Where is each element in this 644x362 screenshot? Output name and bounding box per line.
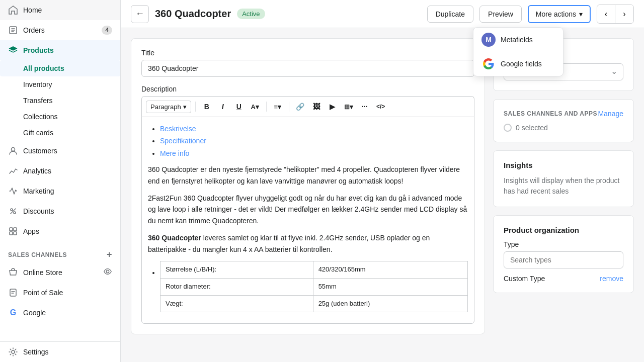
sidebar-item-home[interactable]: Home (0, 0, 120, 20)
description-label: Description (141, 85, 474, 93)
title-field-group: Title (141, 49, 474, 77)
add-sales-channel-icon[interactable]: + (107, 249, 112, 260)
analytics-icon (8, 166, 18, 176)
desc-para1: 360 Quadcopter er den nyeste fjernstyred… (148, 164, 468, 187)
table-button[interactable]: ⊞▾ (342, 100, 356, 114)
sales-channels-card: SALES CHANNELS AND APPS Manage 0 selecte… (493, 99, 634, 142)
customers-icon (8, 146, 18, 156)
desc-link-mere-info[interactable]: Mere info (160, 149, 189, 157)
bold-button[interactable]: B (200, 100, 214, 114)
custom-type-row: Custom Type remove (504, 275, 623, 283)
sidebar-item-customers[interactable]: Customers (0, 141, 120, 161)
insights-description: Insights will display when the product h… (504, 175, 623, 197)
chevron-down-icon: ▾ (579, 10, 583, 18)
table-row: Vægt: 25g (uden batteri) (160, 295, 468, 312)
product-org-title: Product organization (504, 226, 623, 234)
svg-rect-5 (14, 228, 17, 231)
product-details-card: Title Description Paragraph ▾ B I (131, 38, 485, 334)
custom-type-label: Custom Type (504, 275, 545, 283)
svg-rect-7 (14, 232, 17, 235)
metafields-option[interactable]: M Metafields (473, 28, 563, 52)
main-area: ← 360 Quadcopter Active Duplicate Previe… (121, 0, 644, 362)
paragraph-select[interactable]: Paragraph ▾ (146, 101, 191, 113)
sidebar-item-transfers[interactable]: Transfers (0, 93, 120, 109)
more-actions-dropdown: M Metafields Google fields (473, 27, 564, 76)
sidebar-item-online-store[interactable]: Online Store (0, 262, 120, 283)
desc-para3: 360 Quadcopter leveres samlet og klar ti… (148, 232, 468, 255)
more-options-button[interactable]: ··· (358, 100, 372, 114)
google-fields-option[interactable]: Google fields (473, 52, 563, 76)
next-product-button[interactable]: › (615, 5, 633, 23)
back-button[interactable]: ← (131, 5, 149, 23)
online-store-icon (8, 267, 18, 278)
italic-button[interactable]: I (216, 100, 230, 114)
marketing-icon (8, 186, 18, 196)
title-label: Title (141, 49, 474, 57)
desc-link-beskrivelse[interactable]: Beskrivelse (160, 125, 196, 133)
svg-rect-4 (10, 228, 13, 231)
source-button[interactable]: </> (374, 100, 388, 114)
sidebar-item-pos[interactable]: Point of Sale (0, 283, 120, 303)
align-button[interactable]: ≡▾ (271, 100, 285, 114)
content-area: Title Description Paragraph ▾ B I (121, 28, 644, 362)
specs-table: Størrelse (L/B/H): 420/320/165mm Rotor d… (160, 261, 468, 312)
google-fields-icon (481, 57, 496, 71)
selected-row: 0 selected (504, 124, 623, 132)
pos-icon (8, 288, 18, 298)
remove-link[interactable]: remove (600, 275, 623, 283)
sidebar-item-gift-cards[interactable]: Gift cards (0, 125, 120, 141)
paragraph-chevron-icon: ▾ (183, 103, 187, 111)
svg-point-8 (106, 270, 109, 273)
page-title: 360 Quadcopter (155, 8, 231, 20)
topbar: ← 360 Quadcopter Active Duplicate Previe… (121, 0, 644, 28)
orders-icon (8, 25, 18, 35)
sidebar-item-settings[interactable]: Settings (0, 341, 120, 362)
manage-link[interactable]: Manage (598, 110, 623, 118)
home-icon (8, 5, 18, 15)
text-color-button[interactable]: A▾ (248, 100, 262, 114)
status-badge: Active (237, 9, 265, 19)
apps-icon (8, 226, 18, 236)
table-row: Rotor diameter: 55mm (160, 278, 468, 295)
sidebar-item-products[interactable]: Products (0, 40, 120, 60)
description-field-group: Description Paragraph ▾ B I U A▾ ≡▾ (141, 85, 474, 324)
sidebar-item-inventory[interactable]: Inventory (0, 76, 120, 93)
sidebar-item-discounts[interactable]: Discounts (0, 201, 120, 221)
video-button[interactable]: ▶ (326, 100, 340, 114)
sidebar-item-collections[interactable]: Collections (0, 109, 120, 125)
discounts-icon (8, 206, 18, 216)
desc-link-specifikationer[interactable]: Specifikationer (160, 137, 206, 145)
description-content[interactable]: Beskrivelse Specifikationer Mere info 36… (141, 117, 474, 324)
prev-product-button[interactable]: ‹ (597, 5, 615, 23)
link-button[interactable]: 🔗 (293, 100, 307, 114)
insights-card: Insights Insights will display when the … (493, 150, 634, 207)
svg-point-10 (12, 350, 15, 353)
sidebar-item-orders[interactable]: Orders 4 (0, 20, 120, 40)
svg-rect-6 (10, 232, 13, 235)
online-store-visibility-icon (103, 267, 112, 278)
more-actions-button[interactable]: More actions ▾ (528, 5, 591, 23)
sidebar-item-marketing[interactable]: Marketing (0, 181, 120, 201)
table-row: Størrelse (L/B/H): 420/320/165mm (160, 261, 468, 278)
sales-channels-section: SALES CHANNELS + (0, 241, 120, 262)
radio-empty-icon (504, 124, 512, 132)
product-org-card: Product organization Type Custom Type re… (493, 215, 634, 293)
svg-rect-9 (10, 289, 16, 296)
sidebar-item-all-products[interactable]: All products (0, 60, 120, 76)
nav-arrows: ‹ › (597, 5, 634, 24)
image-button[interactable]: 🖼 (309, 100, 324, 114)
orders-badge: 4 (102, 26, 112, 35)
duplicate-button[interactable]: Duplicate (427, 6, 473, 23)
svg-point-3 (14, 212, 16, 214)
metafields-icon: M (481, 33, 496, 47)
description-toolbar: Paragraph ▾ B I U A▾ ≡▾ 🔗 🖼 ▶ (141, 96, 474, 117)
type-search-input[interactable] (504, 251, 623, 268)
type-field-group: Type (504, 240, 623, 268)
sidebar-item-analytics[interactable]: Analytics (0, 161, 120, 181)
preview-button[interactable]: Preview (479, 6, 522, 23)
products-icon (8, 45, 18, 55)
sidebar-item-apps[interactable]: Apps (0, 221, 120, 241)
underline-button[interactable]: U (232, 100, 246, 114)
title-input[interactable] (141, 60, 474, 77)
sidebar-item-google[interactable]: G Google (0, 303, 120, 323)
